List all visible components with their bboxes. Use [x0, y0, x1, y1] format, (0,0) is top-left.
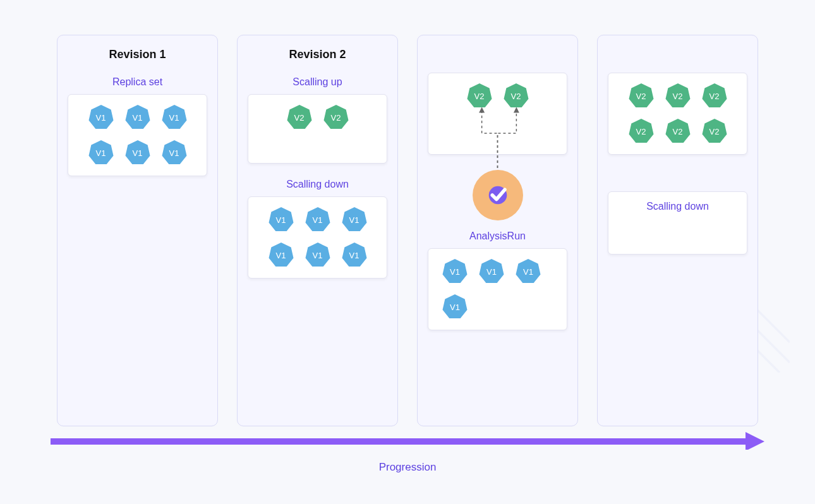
- pod-v1: V1: [341, 241, 368, 269]
- pod-v2: V2: [322, 104, 350, 131]
- pod-v1: V1: [124, 104, 152, 131]
- pod-box-replica-set: V1V1V1V1V1V1: [68, 94, 207, 176]
- section-label: Replica set: [112, 76, 162, 88]
- pod-v2: V2: [701, 117, 728, 145]
- pod-v1: V1: [267, 241, 295, 269]
- pod-v1: V1: [478, 258, 505, 285]
- column-title: [496, 48, 499, 61]
- pod-box-v2-preview: V2V2: [428, 73, 567, 155]
- progression-columns: Revision 1 Replica set V1V1V1V1V1V1 Revi…: [57, 35, 758, 426]
- pod-v1: V1: [124, 139, 152, 167]
- pod-v2: V2: [664, 117, 692, 145]
- pod-box-analysis-run: V1V1V1V1: [428, 248, 567, 330]
- pod-v2: V2: [466, 82, 493, 110]
- svg-marker-34: [746, 432, 764, 450]
- column-title: Revision 1: [109, 48, 166, 61]
- pod-v1: V1: [304, 241, 332, 269]
- checkmark-icon: [484, 181, 512, 209]
- pod-v2: V2: [502, 82, 530, 110]
- pod-v2: V2: [664, 82, 692, 110]
- svg-rect-33: [51, 438, 747, 445]
- pod-v1: V1: [441, 293, 469, 321]
- progression-label: Progression: [0, 461, 815, 474]
- revision-2-column: Revision 2 Scalling up V2V2 Scalling dow…: [237, 35, 398, 426]
- analysis-arrows: [428, 73, 567, 174]
- pod-v1: V1: [304, 206, 332, 234]
- section-label: Scalling up: [293, 76, 342, 88]
- pod-v1: V1: [441, 258, 469, 285]
- pod-box-scaling-down-empty: Scalling down: [608, 191, 747, 255]
- pod-v2: V2: [627, 82, 655, 110]
- pod-box-scaling-down: V1V1V1V1V1V1: [248, 196, 387, 279]
- column-title: Revision 2: [289, 48, 346, 61]
- pod-box-v2-full: V2V2V2V2V2V2: [608, 73, 747, 155]
- pod-v1: V1: [87, 104, 115, 131]
- scaling-down-label: Scalling down: [646, 201, 709, 212]
- pod-v2: V2: [627, 117, 655, 145]
- analysis-column: V2V2 AnalysisRun V1V1V1V1: [417, 35, 578, 426]
- pod-v1: V1: [87, 139, 115, 167]
- final-column: V2V2V2V2V2V2 Scalling down: [597, 35, 758, 426]
- pod-v2: V2: [286, 104, 313, 131]
- progression-arrow: [51, 432, 764, 450]
- pod-v1: V1: [160, 104, 188, 131]
- pod-v1: V1: [341, 206, 368, 234]
- pod-box-scaling-up: V2V2: [248, 94, 387, 164]
- analysis-success-badge: [473, 170, 523, 220]
- pod-v2: V2: [701, 82, 728, 110]
- column-title: [676, 48, 679, 61]
- pod-v1: V1: [160, 139, 188, 167]
- revision-1-column: Revision 1 Replica set V1V1V1V1V1V1: [57, 35, 218, 426]
- pod-v1: V1: [514, 258, 542, 285]
- section-label: AnalysisRun: [469, 231, 526, 242]
- pod-v1: V1: [267, 206, 295, 234]
- section-label: Scalling down: [286, 179, 349, 190]
